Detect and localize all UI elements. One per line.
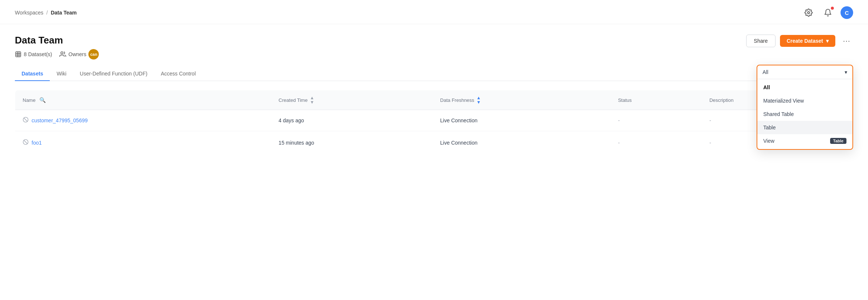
row2-name-cell: foo1 bbox=[15, 131, 272, 155]
breadcrumb-parent[interactable]: Workspaces bbox=[15, 10, 43, 16]
create-dataset-label: Create Dataset bbox=[787, 38, 823, 44]
created-time-sort-icon[interactable]: ▲▼ bbox=[310, 96, 314, 104]
filter-select-box: All ▾ All Materialized View Shared Table bbox=[757, 65, 853, 150]
row1-name: customer_47995_05699 bbox=[32, 117, 88, 123]
col-data-freshness-label: Data Freshness bbox=[440, 97, 474, 103]
table-badge: Table bbox=[830, 138, 846, 144]
dataset-count-meta: 8 Dataset(s) bbox=[15, 51, 52, 58]
page-meta: 8 Dataset(s) Owners can bbox=[15, 49, 99, 59]
datasets-table: Name 🔍 Created Time ▲▼ bbox=[15, 90, 853, 155]
hidden-dataset-icon bbox=[23, 117, 29, 124]
filter-option-shared-table[interactable]: Shared Table bbox=[757, 107, 852, 121]
page-title: Data Team bbox=[15, 35, 99, 46]
row1-dataset-link[interactable]: customer_47995_05699 bbox=[23, 117, 264, 124]
page-title-section: Data Team 8 Dataset(s) Owners can bbox=[15, 35, 99, 59]
col-header-status: Status bbox=[611, 90, 702, 110]
row1-data-freshness: Live Connection bbox=[433, 110, 611, 131]
filter-option-view-label: View bbox=[763, 138, 774, 144]
filter-option-materialized-view[interactable]: Materialized View bbox=[757, 94, 852, 107]
table-row: foo1 15 minutes ago Live Connection - - … bbox=[15, 131, 853, 155]
table-area: All ▾ All Materialized View Shared Table bbox=[15, 90, 853, 155]
svg-line-10 bbox=[24, 140, 27, 143]
tab-udf[interactable]: User-Defined Function (UDF) bbox=[73, 67, 154, 81]
filter-option-all[interactable]: All bbox=[757, 81, 852, 94]
svg-point-6 bbox=[61, 52, 63, 54]
data-freshness-sort-icon[interactable]: ▲▼ bbox=[477, 96, 481, 104]
table-wrapper: All ▾ All Materialized View Shared Table bbox=[15, 90, 853, 155]
tabs-bar: Datasets Wiki User-Defined Function (UDF… bbox=[15, 67, 853, 81]
row2-status: - bbox=[611, 131, 702, 155]
breadcrumb-separator: / bbox=[46, 10, 48, 16]
breadcrumb: Workspaces / Data Team bbox=[15, 10, 77, 16]
page-title-row: Data Team 8 Dataset(s) Owners can bbox=[15, 35, 853, 59]
table-header-row: Name 🔍 Created Time ▲▼ bbox=[15, 90, 853, 110]
col-status-label: Status bbox=[618, 97, 632, 103]
name-search-icon[interactable]: 🔍 bbox=[39, 97, 46, 103]
col-header-created-time: Created Time ▲▼ bbox=[271, 90, 433, 110]
row2-dataset-link[interactable]: foo1 bbox=[23, 139, 264, 146]
main-content: Data Team 8 Dataset(s) Owners can bbox=[0, 24, 868, 155]
create-dataset-button[interactable]: Create Dataset ▾ bbox=[780, 35, 835, 47]
dataset-count-label: 8 Dataset(s) bbox=[24, 51, 52, 57]
filter-option-table[interactable]: Table bbox=[757, 121, 852, 134]
row2-name: foo1 bbox=[32, 140, 42, 146]
filter-chevron-down-icon: ▾ bbox=[845, 69, 847, 75]
notifications-button[interactable] bbox=[821, 6, 835, 19]
filter-option-table-label: Table bbox=[763, 125, 776, 130]
more-options-button[interactable]: ⋯ bbox=[840, 35, 853, 47]
row1-created-time: 4 days ago bbox=[271, 110, 433, 131]
header-actions: C bbox=[802, 6, 853, 19]
owners-meta: Owners can bbox=[59, 49, 99, 59]
owner-initials: can bbox=[90, 52, 97, 57]
row1-name-cell: customer_47995_05699 bbox=[15, 110, 272, 131]
filter-dropdown-wrapper: All ▾ All Materialized View Shared Table bbox=[757, 65, 853, 150]
svg-line-8 bbox=[24, 118, 27, 121]
filter-trigger-value: All bbox=[763, 69, 768, 75]
page-actions: Share Create Dataset ▾ ⋯ bbox=[746, 35, 853, 47]
tab-wiki[interactable]: Wiki bbox=[50, 67, 73, 81]
col-description-label: Description bbox=[709, 97, 734, 103]
user-avatar-button[interactable]: C bbox=[841, 6, 853, 19]
owner-avatar: can bbox=[88, 49, 99, 59]
svg-point-0 bbox=[807, 12, 810, 14]
filter-option-all-label: All bbox=[763, 84, 770, 90]
filter-option-shared-table-label: Shared Table bbox=[763, 111, 794, 117]
owners-icon bbox=[59, 51, 66, 58]
settings-button[interactable] bbox=[802, 6, 815, 19]
filter-trigger[interactable]: All ▾ bbox=[757, 65, 852, 79]
col-header-name: Name 🔍 bbox=[15, 90, 272, 110]
notification-badge bbox=[831, 7, 834, 10]
table-row: customer_47995_05699 4 days ago Live Con… bbox=[15, 110, 853, 131]
gear-icon bbox=[804, 9, 813, 17]
col-created-time-label: Created Time bbox=[279, 97, 308, 103]
owners-label: Owners bbox=[68, 51, 86, 57]
svg-rect-1 bbox=[16, 52, 21, 57]
row1-status: - bbox=[611, 110, 702, 131]
filter-options-list: All Materialized View Shared Table Table bbox=[757, 79, 852, 149]
row2-created-time: 15 minutes ago bbox=[271, 131, 433, 155]
chevron-down-icon: ▾ bbox=[826, 38, 829, 44]
col-header-data-freshness: Data Freshness ▲▼ bbox=[433, 90, 611, 110]
table-grid-icon bbox=[15, 51, 22, 58]
row2-data-freshness: Live Connection bbox=[433, 131, 611, 155]
col-name-label: Name bbox=[23, 97, 36, 103]
tab-datasets[interactable]: Datasets bbox=[15, 67, 50, 81]
page-header: Workspaces / Data Team C bbox=[0, 0, 868, 24]
tab-access-control[interactable]: Access Control bbox=[154, 67, 202, 81]
share-button[interactable]: Share bbox=[746, 35, 776, 47]
bell-icon bbox=[824, 9, 832, 17]
filter-option-view[interactable]: View Table bbox=[757, 134, 852, 148]
hidden-dataset-icon2 bbox=[23, 139, 29, 146]
breadcrumb-current: Data Team bbox=[51, 10, 77, 16]
filter-option-materialized-view-label: Materialized View bbox=[763, 98, 804, 104]
